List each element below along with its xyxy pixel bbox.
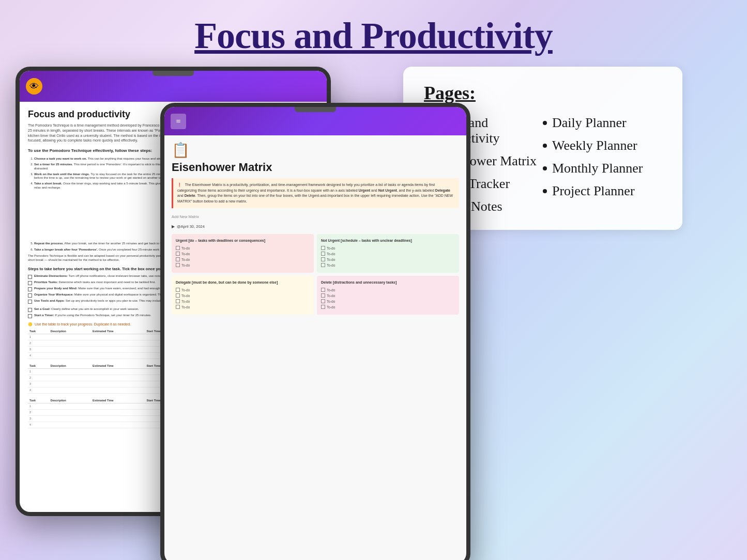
todo-checkbox[interactable] xyxy=(321,257,325,261)
quadrant-delegate: Delegate [must be done, but can be done … xyxy=(172,276,314,315)
todo-checkbox[interactable] xyxy=(321,252,325,256)
todo-item: To-do xyxy=(176,257,310,261)
bullet-icon xyxy=(543,144,547,148)
page-item-monthly[interactable]: Monthly Planner xyxy=(543,161,662,176)
col-description: Description xyxy=(49,329,91,334)
todo-item: To-do xyxy=(321,299,455,303)
todo-text: To-do xyxy=(181,305,190,309)
tablet-2-notch xyxy=(295,107,336,112)
todo-checkbox[interactable] xyxy=(321,246,325,250)
quadrant-urgent-important: Urgent [do – tasks with deadlines or con… xyxy=(172,234,314,273)
tablets-area: 👁 Focus and productivity The Pomodoro Te… xyxy=(16,67,357,559)
todo-text: To-do xyxy=(181,288,190,292)
todo-checkbox[interactable] xyxy=(321,293,325,298)
pages-title: Pages: xyxy=(424,82,662,104)
todo-item: To-do xyxy=(176,288,310,292)
todo-text: To-do xyxy=(327,305,335,309)
todo-text: To-do xyxy=(327,252,335,256)
todo-checkbox[interactable] xyxy=(176,305,180,309)
main-title-section: Focus and Productivity xyxy=(0,0,747,67)
checkbox-box-prioritize[interactable] xyxy=(28,281,32,285)
checkbox-box-organize[interactable] xyxy=(28,293,32,298)
todo-item: To-do xyxy=(176,293,310,298)
todo-item: To-do xyxy=(176,263,310,267)
checkbox-label-timer: Start a Timer: If you're using the Pomod… xyxy=(34,314,151,318)
todo-text: To-do xyxy=(327,294,335,298)
triangle-icon: ▶ xyxy=(172,224,175,229)
quadrant-title-schedule: Not Urgent [schedule – tasks with unclea… xyxy=(321,238,455,243)
todo-checkbox[interactable] xyxy=(176,293,180,298)
quadrant-delete: Delete [distractions and unnecessary tas… xyxy=(317,276,459,315)
col-description-2: Description xyxy=(49,363,91,369)
col-task-2: Task xyxy=(28,363,49,369)
page-name-project: Project Planner xyxy=(552,183,635,199)
todo-item: To-do xyxy=(321,263,455,267)
checkbox-box-tools[interactable] xyxy=(28,300,32,304)
page-title: Focus and Productivity xyxy=(0,14,747,57)
matrix-title: Eisenhower Matrix xyxy=(172,161,459,174)
col-description-3: Description xyxy=(49,398,91,403)
add-matrix-button[interactable]: Add New Matrix xyxy=(172,212,459,221)
todo-text: To-do xyxy=(181,246,190,250)
quadrant-title-delete: Delete [distractions and unnecessary tas… xyxy=(321,280,455,285)
col-task-3: Task xyxy=(28,398,49,403)
tablet-app-icon: 👁 xyxy=(26,78,42,95)
red-warning-icon: ❗ xyxy=(177,183,182,186)
todo-item: To-do xyxy=(176,305,310,309)
todo-text: To-do xyxy=(181,294,190,298)
todo-text: To-do xyxy=(327,300,335,303)
todo-item: To-do xyxy=(176,299,310,303)
todo-checkbox[interactable] xyxy=(176,263,180,267)
content-area: 👁 Focus and productivity The Pomodoro Te… xyxy=(0,67,747,559)
notebook-icon: 📋 xyxy=(172,142,459,159)
todo-item: To-do xyxy=(321,305,455,309)
todo-checkbox[interactable] xyxy=(321,288,325,292)
page-item-daily[interactable]: Daily Planner xyxy=(543,115,662,131)
page-name-daily: Daily Planner xyxy=(552,115,627,131)
table-emoji-icon: 🟡 xyxy=(28,322,33,326)
checkbox-box-timer[interactable] xyxy=(28,314,32,318)
quadrant-title-delegate: Delegate [must be done, but can be done … xyxy=(176,280,310,285)
page-name-weekly: Weekly Planner xyxy=(552,138,637,153)
matrix-grid: Urgent [do – tasks with deadlines or con… xyxy=(172,234,459,315)
bullet-icon xyxy=(543,121,547,125)
todo-text: To-do xyxy=(181,263,190,267)
todo-checkbox[interactable] xyxy=(321,299,325,303)
todo-text: To-do xyxy=(327,288,335,292)
bullet-icon xyxy=(543,189,547,193)
todo-checkbox[interactable] xyxy=(176,288,180,292)
quadrant-not-urgent-important: Not Urgent [schedule – tasks with unclea… xyxy=(317,234,459,273)
todo-item: To-do xyxy=(321,293,455,298)
todo-text: To-do xyxy=(327,246,335,250)
matrix-date: ▶ @April 30, 2024 xyxy=(172,224,459,229)
todo-checkbox[interactable] xyxy=(176,257,180,261)
page-name-monthly: Monthly Planner xyxy=(552,161,643,176)
todo-item: To-do xyxy=(321,246,455,250)
page-item-weekly[interactable]: Weekly Planner xyxy=(543,138,662,153)
tablet-notch xyxy=(153,71,194,76)
todo-checkbox[interactable] xyxy=(321,305,325,309)
todo-item: To-do xyxy=(321,288,455,292)
tablet-content-2: 📋 Eisenhower Matrix ❗ The Eisenhower Mat… xyxy=(164,135,466,560)
todo-text: To-do xyxy=(181,300,190,303)
todo-text: To-do xyxy=(327,263,335,267)
todo-item: To-do xyxy=(321,252,455,256)
checkbox-box-prepare[interactable] xyxy=(28,287,32,291)
checkbox-label-prioritize: Prioritize Tasks: Determine which tasks … xyxy=(34,281,156,285)
tablet-eisenhower: ≡ 📋 Eisenhower Matrix ❗ The Eisenhower M… xyxy=(160,103,470,560)
matrix-description: ❗ The Eisenhower Matrix is a productivit… xyxy=(172,178,459,208)
col-est-time-2: Estimated Time xyxy=(91,363,145,369)
todo-text: To-do xyxy=(327,258,335,261)
todo-item: To-do xyxy=(321,257,455,261)
todo-item: To-do xyxy=(176,252,310,256)
checkbox-box-eliminate[interactable] xyxy=(28,275,32,279)
todo-checkbox[interactable] xyxy=(176,246,180,250)
tablet-2-icon: ≡ xyxy=(171,114,186,129)
todo-checkbox[interactable] xyxy=(176,299,180,303)
todo-checkbox[interactable] xyxy=(321,263,325,267)
page-item-project[interactable]: Project Planner xyxy=(543,183,662,199)
quadrant-title-urgent: Urgent [do – tasks with deadlines or con… xyxy=(176,238,310,243)
todo-text: To-do xyxy=(181,258,190,261)
checkbox-box-goal[interactable] xyxy=(28,308,32,312)
todo-checkbox[interactable] xyxy=(176,252,180,256)
